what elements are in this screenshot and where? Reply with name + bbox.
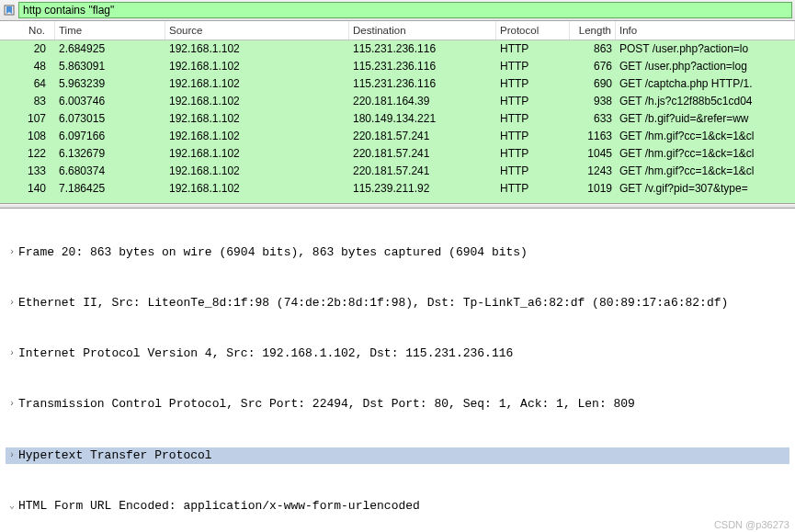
expander-icon[interactable]: › bbox=[6, 447, 18, 464]
expander-open-icon[interactable]: ⌄ bbox=[6, 498, 18, 515]
packet-row[interactable]: 1226.132679192.168.1.102220.181.57.241HT… bbox=[0, 145, 795, 163]
col-header-source[interactable]: Source bbox=[165, 21, 349, 40]
tree-form-encoded[interactable]: ⌄HTML Form URL Encoded: application/x-ww… bbox=[6, 498, 789, 515]
watermark: CSDN @p36273 bbox=[714, 519, 789, 530]
tree-label: Frame 20: 863 bytes on wire (6904 bits),… bbox=[18, 244, 528, 261]
packet-row[interactable]: 485.863091192.168.1.102115.231.236.116HT… bbox=[0, 58, 795, 75]
packet-row[interactable]: →202.684925192.168.1.102115.231.236.116H… bbox=[0, 40, 795, 58]
packet-row[interactable]: 1086.097166192.168.1.102220.181.57.241HT… bbox=[0, 128, 795, 145]
col-header-destination[interactable]: Destination bbox=[349, 21, 496, 40]
expander-icon[interactable]: › bbox=[6, 396, 18, 413]
tree-label: Ethernet II, Src: LiteonTe_8d:1f:98 (74:… bbox=[18, 295, 728, 311]
packet-list[interactable]: →202.684925192.168.1.102115.231.236.116H… bbox=[0, 40, 795, 203]
tree-frame[interactable]: ›Frame 20: 863 bytes on wire (6904 bits)… bbox=[6, 244, 789, 261]
tree-label: HTML Form URL Encoded: application/x-www… bbox=[18, 498, 420, 515]
col-header-length[interactable]: Length bbox=[570, 21, 616, 40]
expander-icon[interactable]: › bbox=[6, 345, 18, 362]
tree-tcp[interactable]: ›Transmission Control Protocol, Src Port… bbox=[6, 396, 789, 413]
col-header-protocol[interactable]: Protocol bbox=[496, 21, 570, 40]
packet-row[interactable]: 1336.680374192.168.1.102220.181.57.241HT… bbox=[0, 163, 795, 180]
bookmark-icon[interactable] bbox=[3, 4, 16, 17]
packet-details[interactable]: ›Frame 20: 863 bytes on wire (6904 bits)… bbox=[0, 209, 795, 532]
tree-http[interactable]: ›Hypertext Transfer Protocol bbox=[6, 447, 789, 464]
tree-label: Internet Protocol Version 4, Src: 192.16… bbox=[18, 345, 513, 362]
expander-icon[interactable]: › bbox=[6, 244, 18, 261]
packet-row[interactable]: 645.963239192.168.1.102115.231.236.116HT… bbox=[0, 75, 795, 93]
tree-ip[interactable]: ›Internet Protocol Version 4, Src: 192.1… bbox=[6, 345, 789, 362]
packet-list-header: No. Time Source Destination Protocol Len… bbox=[0, 21, 795, 40]
display-filter-input[interactable] bbox=[18, 2, 792, 18]
expander-icon[interactable]: › bbox=[6, 295, 18, 311]
display-filter-bar bbox=[0, 0, 795, 21]
packet-row[interactable]: 1407.186425192.168.1.102115.239.211.92HT… bbox=[0, 180, 795, 198]
tree-ethernet[interactable]: ›Ethernet II, Src: LiteonTe_8d:1f:98 (74… bbox=[6, 295, 789, 311]
packet-row[interactable]: 836.003746192.168.1.102220.181.164.39HTT… bbox=[0, 93, 795, 110]
tree-label: Hypertext Transfer Protocol bbox=[18, 447, 212, 464]
col-header-info[interactable]: Info bbox=[616, 21, 795, 40]
packet-row[interactable]: 1076.073015192.168.1.102180.149.134.221H… bbox=[0, 110, 795, 128]
col-header-time[interactable]: Time bbox=[55, 21, 165, 40]
tree-label: Transmission Control Protocol, Src Port:… bbox=[18, 396, 635, 413]
col-header-no[interactable]: No. bbox=[0, 21, 55, 40]
